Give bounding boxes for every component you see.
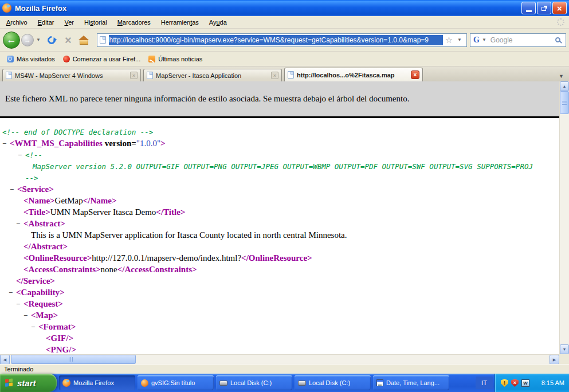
search-engine-dropdown-icon[interactable]: ▼: [480, 37, 489, 42]
forward-button[interactable]: →: [21, 34, 34, 46]
bookmark-ultimas-noticias[interactable]: Últimas noticias: [144, 54, 206, 64]
collapse-toggle[interactable]: −: [16, 219, 20, 229]
collapse-toggle[interactable]: −: [16, 300, 20, 309]
horizontal-scroll-track[interactable]: [136, 355, 550, 364]
status-bar: Terminado: [0, 364, 569, 374]
taskbar-button-gvsig-sin-titulo-2[interactable]: gvSIG:Sin título: [138, 375, 214, 390]
firefox-icon: [2, 3, 11, 13]
xml-tag: <Capability>: [16, 288, 65, 297]
scroll-right-icon[interactable]: ▶: [550, 355, 559, 364]
horizontal-scroll-thumb[interactable]: [11, 355, 136, 364]
xml-line: -->: [0, 173, 559, 185]
vertical-scroll-thumb[interactable]: [560, 91, 569, 114]
collapse-toggle[interactable]: −: [18, 151, 22, 160]
collapse-toggle[interactable]: −: [31, 323, 35, 332]
taskbar-button-label: Mozilla Firefox: [73, 379, 114, 386]
start-button[interactable]: start: [0, 374, 57, 392]
tab-close-button[interactable]: ×: [271, 72, 278, 79]
xml-text: http://127.0.0.1/mapserv-demo/index.html…: [92, 253, 241, 262]
close-button[interactable]: ×: [552, 2, 567, 14]
collapse-toggle[interactable]: −: [9, 288, 13, 297]
menu-item-editar[interactable]: Editar: [33, 17, 60, 28]
rss-icon: [148, 56, 155, 62]
page-icon: [100, 36, 106, 44]
search-icon[interactable]: [555, 37, 560, 42]
status-text: Terminado: [4, 366, 33, 373]
xml-tag: >: [160, 139, 166, 148]
scroll-left-icon[interactable]: ◀: [0, 355, 10, 364]
nav-toolbar: ← → ▼ × http://localhost:9000/cgi-bin/ma…: [0, 29, 569, 52]
url-input[interactable]: http://localhost:9000/cgi-bin/mapserv.ex…: [109, 35, 443, 45]
xml-tag: <Service>: [17, 185, 54, 194]
collapse-toggle[interactable]: −: [10, 185, 14, 194]
restore-icon: [541, 7, 546, 11]
datetime-icon: [376, 379, 383, 386]
xml-line: MapServer version 5.2.0 OUTPUT=GIF OUTPU…: [0, 162, 559, 173]
tab-strip: ▼ MS4W - MapServer 4 Windows×MapServer -…: [0, 66, 569, 81]
menu-item-herramientas[interactable]: Herramientas: [156, 17, 204, 28]
stop-button[interactable]: ×: [60, 34, 76, 46]
windows-flag-icon: [5, 378, 14, 387]
menu-item-ayuda[interactable]: Ayuda: [204, 17, 232, 28]
xml-line: −<Map>: [0, 311, 559, 322]
xml-line-content: <WMT_MS_Capabilities version="1.0.0">: [0, 139, 166, 148]
menu-item-ver[interactable]: Ver: [59, 17, 79, 28]
scrollbar-corner: [559, 354, 569, 364]
url-dropdown-icon[interactable]: ▼: [455, 37, 464, 42]
bookmark-mas-visitados[interactable]: Más visitados: [3, 54, 59, 64]
tab-close-button[interactable]: ×: [411, 70, 419, 79]
back-button[interactable]: ←: [3, 32, 20, 49]
menu-item-archivo[interactable]: Archivo: [1, 17, 33, 28]
scroll-down-icon[interactable]: ▼: [560, 344, 569, 354]
language-indicator[interactable]: IT: [476, 377, 493, 389]
security-warning-icon[interactable]: ×: [511, 379, 519, 387]
search-field[interactable]: G ▼ Google: [470, 33, 566, 47]
taskbar-button-label: gvSIG:Sin título: [151, 379, 195, 386]
restore-button[interactable]: [537, 2, 551, 14]
xml-com: -->: [25, 174, 38, 182]
xml-line: <OnlineResource>http://127.0.0.1/mapserv…: [0, 253, 559, 265]
reload-button[interactable]: [46, 34, 57, 46]
scroll-up-icon[interactable]: ▲: [560, 81, 569, 91]
vertical-scroll-track[interactable]: [560, 114, 569, 344]
taskbar-button-local-disk-c-4[interactable]: Local Disk (C:): [295, 375, 371, 390]
tab-list-dropdown-icon[interactable]: ▼: [555, 71, 567, 81]
xml-tag: <Abstract>: [23, 219, 65, 228]
collapse-toggle[interactable]: −: [23, 311, 28, 320]
tab-title: MS4W - MapServer 4 Windows: [15, 72, 127, 79]
xml-line-content: <Service>: [0, 185, 54, 194]
xml-line-content: <Format>: [0, 322, 76, 332]
xml-tag: <GIF/>: [46, 334, 73, 343]
tab-2[interactable]: MapServer - Itasca Application×: [143, 69, 282, 81]
vnc-icon[interactable]: W: [521, 379, 529, 387]
xml-tag: </Name>: [83, 196, 117, 205]
xml-line: <Title>UMN MapServer Itasca Demo</Title>: [0, 207, 559, 219]
home-button[interactable]: [80, 40, 88, 45]
taskbar-button-mozilla-firefox-1[interactable]: Mozilla Firefox: [59, 375, 135, 390]
tab-3[interactable]: http://localhos...o%2Fitasca.map×: [284, 68, 423, 81]
horizontal-scrollbar[interactable]: ◀ ▶: [0, 354, 559, 364]
minimize-button[interactable]: [521, 2, 536, 14]
disk-icon: [298, 381, 306, 386]
menu-item-marcadores[interactable]: Marcadores: [112, 17, 156, 28]
menu-item-historial[interactable]: Historial: [79, 17, 112, 28]
search-input[interactable]: Google: [490, 36, 555, 44]
url-field[interactable]: http://localhost:9000/cgi-bin/mapserv.ex…: [97, 33, 467, 47]
taskbar-button-label: Local Disk (C:): [309, 379, 350, 386]
collapse-toggle[interactable]: −: [2, 139, 6, 148]
clock[interactable]: 8:15 AM: [541, 379, 564, 386]
xml-com: <!-- end of DOCTYPE declaration -->: [2, 128, 153, 136]
tab-close-button[interactable]: ×: [130, 72, 138, 79]
history-dropdown-icon[interactable]: ▼: [34, 37, 43, 42]
bookmark-star-icon[interactable]: ☆: [443, 35, 455, 45]
taskbar-button-date-time-lang-5[interactable]: Date, Time, Lang...: [373, 375, 449, 390]
tab-title: http://localhos...o%2Fitasca.map: [297, 72, 408, 79]
xml-line: <GIF/>: [0, 334, 559, 345]
bookmark-comenzar-a-usar-firef[interactable]: Comenzar a usar Firef...: [59, 54, 145, 64]
tab-1[interactable]: MS4W - MapServer 4 Windows×: [2, 69, 141, 81]
taskbar-button-local-disk-c-3[interactable]: Local Disk (C:): [216, 375, 292, 390]
xml-line-content: <Map>: [0, 311, 58, 320]
xml-com: <!--: [25, 151, 42, 159]
security-alert-icon[interactable]: !: [501, 379, 508, 387]
vertical-scrollbar[interactable]: ▲ ▼: [559, 81, 569, 354]
